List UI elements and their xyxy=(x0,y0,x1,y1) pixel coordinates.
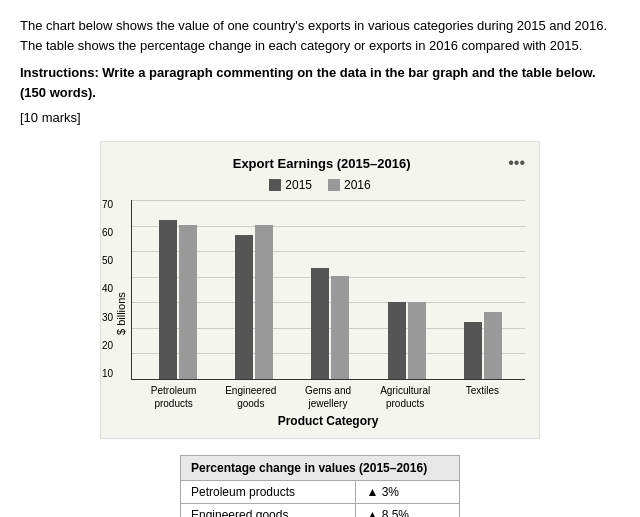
table-cell-value: ▲ 3% xyxy=(356,481,460,504)
legend-box-2016 xyxy=(328,179,340,191)
bars-and-grid: 70605040302010 xyxy=(131,200,525,380)
table-cell-category: Engineered goods xyxy=(181,504,356,518)
y-tick-label: 70 xyxy=(102,200,113,210)
description-text: The chart below shows the value of one c… xyxy=(20,16,620,55)
table-header: Percentage change in values (2015–2016) xyxy=(181,456,460,481)
bar-group xyxy=(235,225,273,379)
chart-legend: 2015 2016 xyxy=(115,178,525,192)
legend-2015: 2015 xyxy=(269,178,312,192)
table-row: Petroleum products▲ 3% xyxy=(181,481,460,504)
bar-2016 xyxy=(408,302,426,379)
chart-header: Export Earnings (2015–2016) ••• xyxy=(115,156,525,172)
y-tick-label: 40 xyxy=(102,284,113,294)
marks-text: [10 marks] xyxy=(20,110,620,125)
arrow-up-icon: ▲ xyxy=(366,485,378,499)
x-labels: PetroleumproductsEngineeredgoodsGems and… xyxy=(131,380,525,410)
table-section: Percentage change in values (2015–2016) … xyxy=(20,455,620,517)
bar-group xyxy=(159,220,197,379)
chart-title: Export Earnings (2015–2016) xyxy=(135,156,508,171)
bar-2015 xyxy=(388,302,406,379)
x-label: Gems andjewellery xyxy=(298,384,358,410)
y-axis-label: $ billions xyxy=(115,200,127,428)
bar-2015 xyxy=(159,220,177,379)
y-tick-label: 10 xyxy=(102,369,113,379)
y-tick-label: 20 xyxy=(102,341,113,351)
x-label: Agriculturalproducts xyxy=(375,384,435,410)
bar-groups xyxy=(136,200,525,379)
chart-container: Export Earnings (2015–2016) ••• 2015 201… xyxy=(100,141,540,439)
arrow-up-icon: ▲ xyxy=(366,508,378,517)
chart-menu-icon[interactable]: ••• xyxy=(508,154,525,172)
x-axis-title: Product Category xyxy=(131,414,525,428)
x-label: Petroleumproducts xyxy=(144,384,204,410)
bar-group xyxy=(311,268,349,379)
bar-chart-area: $ billions 70605040302010 Petroleumprodu… xyxy=(115,200,525,428)
x-label: Engineeredgoods xyxy=(221,384,281,410)
table-row: Engineered goods▲ 8.5% xyxy=(181,504,460,518)
bar-2016 xyxy=(255,225,273,379)
bar-group xyxy=(388,302,426,379)
bar-2015 xyxy=(235,235,253,379)
percentage-table: Percentage change in values (2015–2016) … xyxy=(180,455,460,517)
table-cell-category: Petroleum products xyxy=(181,481,356,504)
legend-label-2016: 2016 xyxy=(344,178,371,192)
bar-2015 xyxy=(464,322,482,379)
chart-inner: 70605040302010 PetroleumproductsEngineer… xyxy=(131,200,525,428)
legend-2016: 2016 xyxy=(328,178,371,192)
x-label: Textiles xyxy=(452,384,512,410)
bar-2015 xyxy=(311,268,329,379)
bar-2016 xyxy=(179,225,197,379)
y-tick-labels: 70605040302010 xyxy=(102,200,113,379)
bar-group xyxy=(464,312,502,379)
y-tick-label: 50 xyxy=(102,256,113,266)
y-tick-label: 30 xyxy=(102,313,113,323)
y-tick-label: 60 xyxy=(102,228,113,238)
bar-2016 xyxy=(331,276,349,379)
instructions-text: Instructions: Write a paragraph commenti… xyxy=(20,63,620,102)
table-cell-value: ▲ 8.5% xyxy=(356,504,460,518)
legend-box-2015 xyxy=(269,179,281,191)
bar-2016 xyxy=(484,312,502,379)
legend-label-2015: 2015 xyxy=(285,178,312,192)
